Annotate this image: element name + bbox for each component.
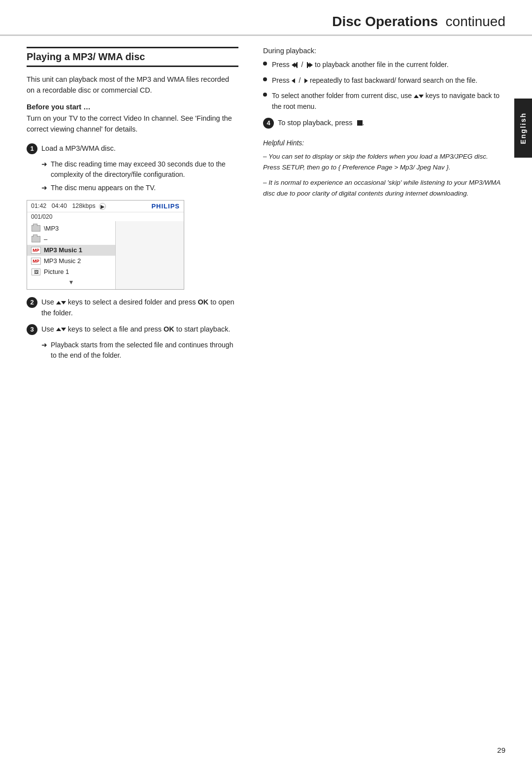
- bullet-text-1: Press / to playback another file in the …: [272, 60, 449, 70]
- tv-folder-header: \MP3: [27, 223, 115, 234]
- step-4-text: To stop playback, press .: [278, 117, 365, 128]
- step-1-text: Load a MP3/WMA disc.: [41, 143, 116, 154]
- arrow-icon-1: ➜: [41, 160, 47, 168]
- step-2: 2 Use keys to select a desired folder an…: [27, 297, 238, 319]
- language-tab-label: English: [519, 112, 527, 144]
- bullet-text-3: To select another folder from current di…: [272, 91, 505, 112]
- mp3-icon-1: MP: [31, 246, 41, 254]
- bullet-text-2: Press / repeatedly to fast backward/ for…: [272, 75, 477, 86]
- tv-folder-name: \MP3: [44, 225, 59, 232]
- step-1-number: 1: [27, 143, 37, 154]
- tv-item-mp3-1: MP MP3 Music 1: [27, 245, 115, 256]
- tv-screen: 01:42 04:40 128kbps ▶ PHILIPS 001/020: [27, 200, 184, 290]
- forward-icon: [304, 78, 308, 83]
- title-bold: Disc Operations: [332, 14, 438, 29]
- next-track-icon: [307, 62, 313, 68]
- arrow-text-2: The disc menu appears on the TV.: [51, 183, 156, 193]
- step-4: 4 To stop playback, press .: [263, 117, 505, 129]
- bullet-item-1: Press / to playback another file in the …: [263, 60, 505, 70]
- tv-item-mp3-2: MP MP3 Music 2: [27, 256, 115, 267]
- tv-top-bar: 01:42 04:40 128kbps ▶ PHILIPS: [27, 201, 184, 212]
- before-start-label: Before you start …: [27, 103, 238, 111]
- tv-item-dash: –: [27, 234, 115, 245]
- bullet-dot-3: [263, 93, 267, 97]
- arrow-text-3: Playback starts from the selected file a…: [51, 340, 238, 361]
- content-area: Playing a MP3/ WMA disc This unit can pl…: [0, 36, 532, 364]
- step-3-text: Use keys to select a file and press OK t…: [41, 324, 230, 335]
- tv-item-pic-1: 🖼 Picture 1: [27, 267, 115, 277]
- tv-right-panel: [116, 221, 184, 289]
- rewind-icon: [292, 78, 295, 83]
- section-title: Playing a MP3/ WMA disc: [27, 47, 238, 67]
- arrow-bullet-3: ➜ Playback starts from the selected file…: [41, 340, 238, 361]
- stop-icon: [357, 120, 363, 126]
- page-header: Disc Operations continued: [0, 0, 532, 36]
- hints-title: Helpful Hints:: [263, 137, 505, 148]
- mp3-icon-2: MP: [31, 257, 41, 265]
- philips-logo: PHILIPS: [151, 202, 180, 210]
- step-3-number: 3: [27, 324, 37, 335]
- right-column: During playback: Press / to playback ano…: [253, 36, 505, 364]
- bullet-item-3: To select another folder from current di…: [263, 91, 505, 112]
- tv-file-list: \MP3 – MP: [27, 221, 116, 289]
- title-subtitle: continued: [446, 14, 505, 29]
- before-start-text: Turn on your TV to the correct Video In …: [27, 113, 238, 135]
- picture-icon-1: 🖼: [31, 268, 41, 276]
- bullet-item-2: Press / repeatedly to fast backward/ for…: [263, 75, 505, 86]
- bullet-dot-1: [263, 62, 267, 66]
- arrow-text-1: The disc reading time may exceed 30 seco…: [51, 159, 238, 180]
- tv-time-info: 01:42 04:40 128kbps ▶: [31, 202, 106, 210]
- hint-2: – It is normal to experience an occasion…: [263, 177, 505, 199]
- folder-icon-main: [31, 225, 41, 233]
- step-2-number: 2: [27, 297, 37, 308]
- hint-1: – You can set to display or skip the fol…: [263, 151, 505, 172]
- step-4-number: 4: [263, 118, 274, 129]
- arrow-bullet-2: ➜ The disc menu appears on the TV.: [41, 183, 238, 193]
- during-playback-label: During playback:: [263, 47, 505, 55]
- language-tab: English: [514, 99, 532, 158]
- step-2-text: Use keys to select a desired folder and …: [41, 297, 238, 319]
- arrow-bullet-1: ➜ The disc reading time may exceed 30 se…: [41, 159, 238, 180]
- arrow-icon-3: ➜: [41, 341, 47, 349]
- left-column: Playing a MP3/ WMA disc This unit can pl…: [27, 36, 253, 364]
- page-number: 29: [497, 746, 505, 754]
- prev-track-icon: [292, 62, 298, 68]
- tv-scroll-down: ▼: [27, 277, 115, 287]
- helpful-hints: Helpful Hints: – You can set to display …: [263, 137, 505, 199]
- tv-file-count: 001/020: [27, 212, 184, 221]
- bullet-dot-2: [263, 77, 267, 81]
- intro-text: This unit can playback most of the MP3 a…: [27, 74, 238, 96]
- step-3: 3 Use keys to select a file and press OK…: [27, 324, 238, 335]
- arrow-icon-2: ➜: [41, 184, 47, 192]
- step-1: 1 Load a MP3/WMA disc.: [27, 143, 238, 154]
- tv-body: \MP3 – MP: [27, 221, 184, 289]
- folder-icon-dash: [31, 235, 41, 243]
- page-title: Disc Operations continued: [332, 14, 505, 29]
- play-icon: ▶: [99, 203, 106, 210]
